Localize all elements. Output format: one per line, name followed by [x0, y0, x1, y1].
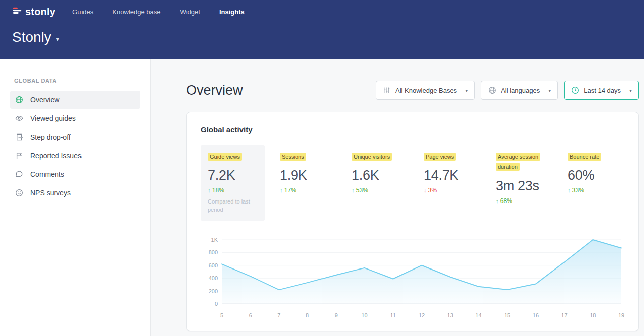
- sidebar-section-title: GLOBAL DATA: [0, 78, 150, 84]
- step-dropoff-icon: [15, 133, 23, 141]
- metric-label: Sessions: [280, 153, 306, 161]
- metric-label: Average session duration: [496, 153, 540, 171]
- svg-text:8: 8: [306, 312, 309, 318]
- metric-average-session-duration[interactable]: Average session duration3m 23s↑ 68%: [489, 145, 552, 211]
- svg-text:10: 10: [361, 312, 367, 318]
- svg-text:9: 9: [335, 312, 338, 318]
- sidebar-item-comments[interactable]: Comments: [10, 165, 140, 183]
- chevron-down-icon: ▾: [548, 88, 551, 93]
- flag-icon: [15, 152, 23, 160]
- nav-item-knowledge-base[interactable]: Knowledge base: [112, 8, 160, 16]
- metric-guide-views[interactable]: Guide views7.2K↑ 18%Compared to last per…: [201, 145, 265, 221]
- metric-value: 14.7K: [424, 168, 473, 183]
- sidebar: GLOBAL DATA OverviewViewed guidesStep dr…: [0, 59, 151, 336]
- metric-label: Unique visitors: [352, 153, 392, 161]
- knowledge-base-filter-icon: [383, 86, 391, 94]
- svg-text:1K: 1K: [211, 237, 218, 243]
- metric-bounce-rate[interactable]: Bounce rate60%↑ 33%: [560, 145, 624, 200]
- filter-label: All languages: [501, 87, 540, 94]
- page-title: Overview: [186, 83, 243, 98]
- app-header: stonly GuidesKnowledge baseWidgetInsight…: [0, 0, 644, 59]
- language-globe-icon: [488, 86, 496, 94]
- top-nav-row: stonly GuidesKnowledge baseWidgetInsight…: [12, 0, 632, 23]
- filter-last-14-days[interactable]: Last 14 days▾: [564, 81, 639, 100]
- svg-text:800: 800: [209, 250, 218, 256]
- sidebar-item-reported-issues[interactable]: Reported Issues: [10, 147, 140, 165]
- sidebar-item-label: Reported Issues: [30, 152, 82, 160]
- metric-change: ↑ 53%: [352, 187, 401, 194]
- up-arrow-icon: ↑: [352, 187, 355, 193]
- metric-value: 7.2K: [208, 168, 258, 183]
- sidebar-item-overview[interactable]: Overview: [10, 91, 140, 109]
- top-nav: GuidesKnowledge baseWidgetInsights: [72, 8, 245, 16]
- stonly-logo-icon: [12, 6, 22, 18]
- sidebar-item-step-drop-off[interactable]: Step drop-off: [10, 128, 140, 146]
- metrics-row: Guide views7.2K↑ 18%Compared to last per…: [201, 145, 624, 221]
- svg-text:12: 12: [419, 312, 425, 318]
- svg-text:18: 18: [590, 312, 596, 318]
- metric-value: 3m 23s: [496, 178, 545, 194]
- page: stonly GuidesKnowledge baseWidgetInsight…: [0, 0, 644, 336]
- filter-all-languages[interactable]: All languages▾: [481, 81, 558, 100]
- smiley-icon: [15, 189, 23, 197]
- metric-change: ↑ 18%: [208, 187, 258, 194]
- sidebar-item-nps-surveys[interactable]: NPS surveys: [10, 184, 140, 202]
- metric-change: ↓ 3%: [424, 187, 473, 194]
- workspace-title[interactable]: Stonly: [12, 29, 51, 45]
- svg-text:7: 7: [277, 312, 280, 318]
- sidebar-item-label: Comments: [30, 170, 64, 178]
- metric-label: Guide views: [208, 153, 242, 161]
- metric-note: Compared to last period: [208, 198, 258, 214]
- sidebar-item-viewed-guides[interactable]: Viewed guides: [10, 109, 140, 127]
- metric-sessions[interactable]: Sessions1.9K↑ 17%: [273, 145, 337, 200]
- svg-text:14: 14: [475, 312, 481, 318]
- svg-text:600: 600: [209, 262, 218, 268]
- sidebar-item-label: Step drop-off: [30, 133, 71, 141]
- filter-all-knowledge-bases[interactable]: All Knowledge Bases▾: [376, 81, 475, 100]
- sidebar-item-label: NPS surveys: [30, 189, 71, 197]
- sidebar-item-label: Overview: [30, 96, 59, 104]
- svg-text:400: 400: [209, 275, 218, 281]
- svg-text:15: 15: [504, 312, 510, 318]
- filter-label: All Knowledge Bases: [395, 87, 457, 94]
- metric-change: ↑ 68%: [496, 197, 545, 205]
- body-layout: GLOBAL DATA OverviewViewed guidesStep dr…: [0, 59, 644, 336]
- comment-icon: [15, 170, 23, 178]
- activity-chart: 02004006008001K5678910111213141516171819: [201, 234, 625, 322]
- svg-text:6: 6: [249, 312, 252, 318]
- chevron-down-icon: ▾: [465, 88, 468, 93]
- up-arrow-icon: ↑: [496, 198, 499, 204]
- chevron-down-icon: ▾: [629, 88, 632, 93]
- clock-icon: [571, 86, 579, 94]
- sidebar-list: OverviewViewed guidesStep drop-offReport…: [0, 91, 150, 202]
- metric-change: ↑ 17%: [280, 187, 330, 194]
- filter-label: Last 14 days: [584, 87, 621, 94]
- chevron-down-icon[interactable]: ▾: [56, 36, 59, 43]
- filters: All Knowledge Bases▾All languages▾Last 1…: [376, 81, 639, 100]
- logo-text: stonly: [25, 6, 55, 18]
- card-title: Global activity: [201, 125, 624, 134]
- svg-text:13: 13: [447, 312, 453, 318]
- nav-item-guides[interactable]: Guides: [72, 8, 93, 16]
- main-content: Overview All Knowledge Bases▾All languag…: [151, 59, 644, 336]
- metric-value: 60%: [568, 168, 617, 183]
- up-arrow-icon: ↑: [568, 187, 571, 193]
- svg-text:200: 200: [209, 288, 218, 294]
- metric-page-views[interactable]: Page views14.7K↓ 3%: [417, 145, 480, 200]
- metric-value: 1.6K: [352, 168, 401, 183]
- svg-text:0: 0: [215, 301, 218, 307]
- metric-value: 1.9K: [280, 168, 330, 183]
- metric-unique-visitors[interactable]: Unique visitors1.6K↑ 53%: [345, 145, 409, 200]
- eye-icon: [15, 114, 23, 122]
- overview-icon: [15, 96, 23, 104]
- svg-text:11: 11: [390, 312, 396, 318]
- nav-item-insights[interactable]: Insights: [219, 8, 245, 16]
- svg-text:16: 16: [533, 312, 539, 318]
- up-arrow-icon: ↑: [208, 187, 211, 193]
- workspace-row: Stonly ▾: [12, 29, 632, 45]
- nav-item-widget[interactable]: Widget: [180, 8, 200, 16]
- stonly-logo[interactable]: stonly: [12, 6, 55, 18]
- metric-change: ↑ 33%: [568, 187, 617, 194]
- metric-label: Bounce rate: [568, 153, 601, 161]
- metric-label: Page views: [424, 153, 456, 161]
